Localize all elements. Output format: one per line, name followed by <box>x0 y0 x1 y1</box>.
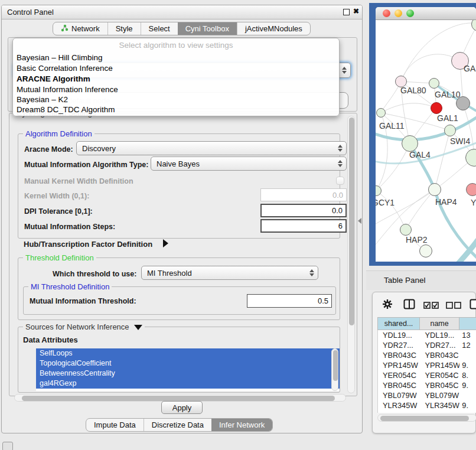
gear-icon[interactable] <box>382 299 393 312</box>
column-header-sharedname[interactable]: shared... <box>377 317 420 330</box>
mi-steps-label: Mutual Information Steps: <box>24 223 115 231</box>
data-attribute-item[interactable]: SelfLoops <box>36 348 340 358</box>
columns-icon[interactable] <box>403 299 415 312</box>
apply-button[interactable]: Apply <box>161 401 203 414</box>
tab-infer-network[interactable]: Infer Network <box>211 419 272 431</box>
mi-steps-input[interactable] <box>260 219 347 233</box>
threshold-definition-title: Threshold Definition <box>23 253 96 262</box>
column-header-name[interactable]: name <box>420 317 459 330</box>
dropdown-item[interactable]: Basic Correlation Inference <box>17 64 113 73</box>
zoom-traffic-light[interactable] <box>406 9 414 17</box>
network-node-gal11[interactable] <box>376 108 386 118</box>
panel-collapse-grip[interactable] <box>358 218 361 224</box>
manual-kernel-checkbox[interactable] <box>336 177 344 185</box>
network-node-hap4[interactable] <box>428 183 441 196</box>
function-builder-icon[interactable] <box>470 299 476 312</box>
aracne-mode-label: Aracne Mode: <box>24 145 73 154</box>
stepper-icon <box>338 145 343 152</box>
node-label: GCY1 <box>376 198 395 207</box>
settings-vertical-scrollbar[interactable] <box>347 116 355 393</box>
float-window-icon[interactable] <box>343 9 350 15</box>
data-attribute-item[interactable]: TopologicalCoefficient <box>36 358 340 369</box>
node-label: GAL10 <box>435 90 461 99</box>
expand-right-icon[interactable] <box>163 239 168 247</box>
mi-threshold-group-title: MI Threshold Definition <box>28 282 112 291</box>
dropdown-item[interactable]: Bayesian – Hill Climbing <box>17 53 103 62</box>
network-node-y[interactable] <box>466 183 476 196</box>
network-node-gal4[interactable] <box>402 135 418 152</box>
table-row[interactable]: YBL079W YBL079W <box>378 390 476 400</box>
network-window-titlebar[interactable] <box>376 7 476 20</box>
data-attribute-item[interactable]: BetweennessCentrality <box>36 369 340 379</box>
tab-select[interactable]: Select <box>141 22 178 35</box>
data-attribute-item[interactable]: gal4RGexp <box>36 379 340 389</box>
network-window[interactable]: GAL GAL80 GAL10 GAL1 GAL11 SWI4 GAL4 GCY… <box>376 7 476 262</box>
dropdown-item[interactable]: Bayesian – K2 <box>17 95 68 104</box>
tab-impute-data[interactable]: Impute Data <box>86 419 144 431</box>
table-header-row: shared... name <box>377 317 476 330</box>
which-threshold-combo[interactable]: MI Threshold <box>141 266 318 280</box>
cyni-algorithm-settings-group: Cyni Algorithm Settings Algorithm Defini… <box>9 113 357 396</box>
control-panel-window: Control Panel ✖ Network Style Select Cyn… <box>1 5 363 433</box>
mi-threshold-label: Mutual Information Threshold: <box>30 297 136 305</box>
which-threshold-label: Which threshold to use: <box>53 270 136 278</box>
dropdown-item[interactable]: Mutual Information Inference <box>17 85 118 94</box>
tab-cyni-toolbox[interactable]: Cyni Toolbox <box>178 22 237 35</box>
aracne-mode-combo[interactable]: Discovery <box>76 141 347 155</box>
table-row[interactable]: YPR145W YPR145W 9. <box>378 360 476 370</box>
algorithm-definition-title: Algorithm Definition <box>23 129 94 138</box>
collapse-down-icon[interactable] <box>134 325 142 330</box>
tab-network[interactable]: Network <box>53 22 107 35</box>
dpi-tolerance-label: DPI Tolerance [0,1]: <box>24 207 93 216</box>
network-node-gal10[interactable] <box>429 78 439 89</box>
network-icon <box>61 24 69 34</box>
table-horizontal-scrollbar[interactable] <box>377 414 476 422</box>
control-panel-titlebar[interactable]: Control Panel ✖ <box>2 5 362 19</box>
tab-jactivemnodules[interactable]: jActiveMNodules <box>237 22 310 35</box>
table-row[interactable]: YDL19... YDL19... 13 <box>378 330 476 340</box>
table-row[interactable]: YLR345W YLR345W 9. <box>378 400 476 410</box>
data-attributes-label: Data Attributes <box>23 335 78 344</box>
table-row[interactable]: YDR27... YDR27... 12 <box>378 340 476 350</box>
mi-threshold-input[interactable] <box>247 294 332 308</box>
select-all-icon[interactable] <box>423 301 439 311</box>
network-node[interactable] <box>419 244 432 257</box>
minimize-traffic-light[interactable] <box>395 9 402 17</box>
node-label: Y <box>471 198 476 207</box>
dropdown-item[interactable]: Dream8 DC_TDC Algorithm <box>17 105 115 114</box>
table-body: YDL19... YDL19... 13 YDR27... YDR27... 1… <box>377 330 476 413</box>
deselect-all-icon[interactable] <box>446 301 461 311</box>
dropdown-item-selected[interactable]: ARACNE Algorithm <box>17 74 90 83</box>
node-label: HAP2 <box>406 235 428 244</box>
dock-panel-icon[interactable] <box>2 442 13 450</box>
manual-kernel-label: Manual Kernel Width Definition <box>24 177 133 185</box>
node-table: shared... name YDL19... YDL19... 13 YDR2… <box>377 317 476 413</box>
network-canvas[interactable]: GAL GAL80 GAL10 GAL1 GAL11 SWI4 GAL4 GCY… <box>376 20 476 262</box>
close-window-icon[interactable]: ✖ <box>353 7 359 15</box>
column-header-clipped[interactable] <box>459 317 476 330</box>
table-row[interactable]: YIL052C YIL052C 9. <box>378 410 476 413</box>
network-node-swi4[interactable] <box>444 125 456 136</box>
network-node-gal1[interactable] <box>431 102 442 114</box>
table-panel-header: Table Panel <box>366 270 476 290</box>
table-row[interactable]: YER054C YER054C 8. <box>378 370 476 380</box>
node-label: SWI4 <box>450 136 470 146</box>
table-row[interactable]: YBR043C YBR043C <box>378 350 476 360</box>
network-view-frame: GAL GAL80 GAL10 GAL1 GAL11 SWI4 GAL4 GCY… <box>369 3 476 266</box>
mi-type-combo[interactable]: Naive Bayes <box>151 156 347 171</box>
hub-definition-label[interactable]: Hub/Transcription Factor Definition <box>24 240 152 249</box>
mi-threshold-group: MI Threshold Definition Mutual Informati… <box>23 286 336 315</box>
attributes-scrollbar[interactable] <box>331 348 338 391</box>
tab-style[interactable]: Style <box>107 22 141 35</box>
network-node-hap2[interactable] <box>400 224 412 236</box>
tab-discretize-data[interactable]: Discretize Data <box>144 419 211 431</box>
dpi-tolerance-input[interactable] <box>260 204 347 217</box>
close-traffic-light[interactable] <box>383 9 390 17</box>
data-attributes-list: SelfLoops TopologicalCoefficient Between… <box>36 348 340 391</box>
table-row[interactable]: YBR045C YBR045C 9. <box>378 380 476 390</box>
stepper-icon <box>338 160 343 167</box>
node-label: GAL80 <box>400 86 426 95</box>
node-label: GAL4 <box>409 150 431 159</box>
table-panel: shared... name YDL19... YDL19... 13 YDR2… <box>372 292 476 433</box>
kernel-width-input[interactable] <box>260 188 347 201</box>
